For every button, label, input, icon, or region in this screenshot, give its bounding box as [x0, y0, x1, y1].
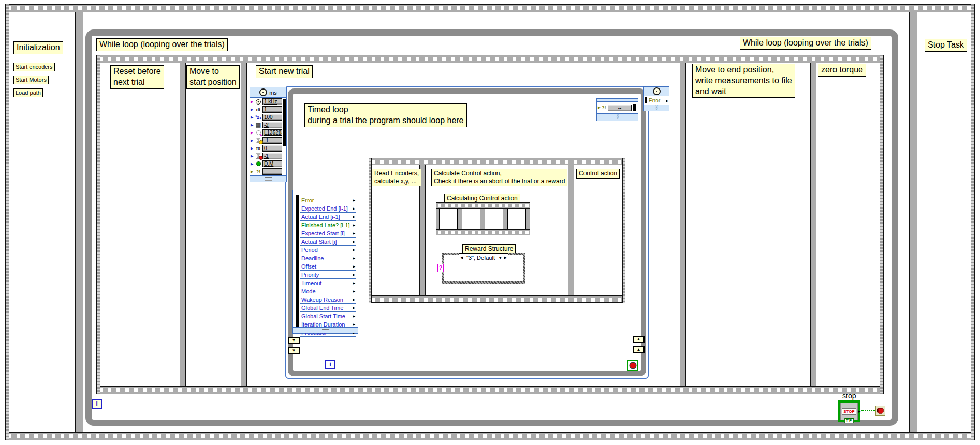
- case-next-arrow-icon[interactable]: ▶: [503, 256, 508, 260]
- submenu-arrow-icon: ▶: [353, 314, 356, 318]
- processor-value[interactable]: -2: [262, 122, 282, 128]
- stop-button-text: STOP: [842, 408, 856, 415]
- timed-loop-right-data-node[interactable]: Error ▶ ∨∨: [643, 86, 669, 111]
- timed-loop-comment-label: Timed loop during a trial the program sh…: [304, 103, 467, 127]
- processor-row[interactable]: ▶ ▦ -2: [250, 121, 286, 129]
- frame-down-button[interactable]: ▼: [288, 347, 300, 354]
- submenu-arrow-icon: ▶: [353, 248, 356, 251]
- while-iteration-terminal[interactable]: i: [92, 399, 102, 409]
- mode-row[interactable]: ▶ D.M: [250, 160, 286, 168]
- config-item[interactable]: Timeout▶: [300, 278, 356, 287]
- boolean-wire: [861, 410, 875, 411]
- submenu-arrow-icon: ▶: [353, 256, 356, 260]
- right-node-header: [644, 87, 669, 96]
- trial-sequence-top-border: [369, 158, 625, 165]
- t0-value[interactable]: 0: [262, 145, 282, 152]
- config-item[interactable]: Actual End [i-1]▶: [300, 212, 356, 220]
- load-path-label: Load path: [13, 88, 43, 97]
- submenu-arrow-icon: ▶: [353, 198, 356, 202]
- timed-loop-left-data-node[interactable]: Error▶ Expected End [i-1]▶ Actual End [i…: [292, 190, 358, 334]
- config-item[interactable]: Global End Time▶: [300, 303, 356, 312]
- submenu-arrow-icon: ▶: [353, 298, 356, 301]
- inner-sequence-top-border: [96, 55, 880, 63]
- film-frame: [439, 208, 458, 230]
- left-node-scrollbar[interactable]: [296, 195, 299, 327]
- case-dropdown-icon[interactable]: ▼: [498, 256, 503, 260]
- deadline-value[interactable]: -1: [262, 137, 282, 144]
- deadline-row[interactable]: ▶ -1: [250, 137, 286, 144]
- inner-sequence-divider: [680, 63, 686, 387]
- processor-chip-icon: ▦: [254, 122, 262, 128]
- timed-loop-iteration-terminal[interactable]: i: [325, 360, 335, 369]
- t0-icon: t0: [254, 145, 262, 152]
- error-value[interactable]: --: [262, 168, 282, 175]
- frame-up-button[interactable]: ▲: [633, 346, 645, 353]
- film-frame: [507, 208, 526, 230]
- config-item[interactable]: Finished Late? [i-1]▶: [300, 220, 356, 229]
- config-item[interactable]: Priority▶: [300, 270, 356, 278]
- timed-loop-stop-terminal[interactable]: [627, 360, 638, 371]
- input-arrow-icon: ▶: [251, 162, 254, 166]
- input-node-rows: ▶ 1 kHz ▶ dt 1 ▶ ³2₁ 100 ▶ ▦ -2 ▶: [250, 98, 286, 175]
- config-item[interactable]: Wakeup Reason▶: [300, 295, 356, 303]
- timeout-value[interactable]: -1: [262, 153, 282, 159]
- timed-loop-inner-right-node[interactable]: ▶ ?! -- ∨∨: [596, 98, 638, 121]
- config-item[interactable]: Expected End [i-1]▶: [300, 204, 356, 212]
- read-encoders-label: Read Encoders, calculate x,y, ...: [372, 169, 421, 186]
- outer-sequence-divider: [909, 12, 917, 432]
- config-item[interactable]: Offset▶: [300, 262, 356, 270]
- config-item[interactable]: Actual Start [i]▶: [300, 237, 356, 245]
- dt-row[interactable]: ▶ dt 1: [250, 106, 286, 113]
- config-item[interactable]: Mode▶: [300, 287, 356, 295]
- timeout-hourglass-icon: [254, 153, 262, 159]
- config-item[interactable]: Expected Start [i]▶: [300, 229, 356, 237]
- period-value[interactable]: 100: [262, 114, 282, 121]
- inner-sequence-left-border: [96, 55, 100, 394]
- frame-down-button[interactable]: ▼: [288, 337, 300, 344]
- structure-name-value[interactable]: L135283: [262, 129, 282, 136]
- submenu-arrow-icon: ▶: [353, 231, 356, 235]
- input-arrow-icon: ▶: [251, 170, 254, 173]
- while-loop-label-left: While loop (looping over the trials): [96, 38, 228, 51]
- dt-value[interactable]: 1: [262, 106, 282, 113]
- chevron-down-icon[interactable]: ∨∨: [644, 105, 669, 110]
- trial-sequence-right-border: [622, 158, 625, 303]
- left-node-resize-handle[interactable]: [293, 327, 358, 333]
- t0-row[interactable]: ▶ t0 0: [250, 144, 286, 152]
- input-arrow-icon: ▶: [251, 154, 254, 158]
- structure-name-row[interactable]: ▶ L135283: [250, 129, 286, 137]
- timeout-row[interactable]: ▶ -1: [250, 152, 286, 160]
- outer-sequence-top-border: [5, 4, 975, 12]
- input-node-resize-handle[interactable]: [250, 175, 286, 182]
- error-row[interactable]: ▶ ?! --: [250, 168, 286, 175]
- right-node-error-label: Error: [647, 98, 666, 103]
- config-item[interactable]: Global Start Time▶: [300, 312, 356, 320]
- stop-task-label: Stop Task: [925, 39, 967, 52]
- inner-sequence-right-border: [880, 55, 884, 394]
- mode-value[interactable]: D.M: [262, 160, 282, 167]
- frame-up-button[interactable]: ▲: [633, 336, 645, 343]
- stop-button-terminal[interactable]: STOP TF ►: [838, 400, 860, 422]
- config-item-error[interactable]: Error▶: [300, 196, 356, 204]
- input-node-scrollbar[interactable]: [283, 99, 286, 146]
- chevron-down-icon[interactable]: ∨∨: [597, 114, 638, 119]
- config-item[interactable]: Period▶: [300, 245, 356, 254]
- input-arrow-icon: ▶: [251, 139, 254, 142]
- timed-loop-input-node[interactable]: ms ▶ 1 kHz ▶ dt 1 ▶ ³2₁ 100 ▶ ▦ -2: [250, 87, 287, 182]
- source-value[interactable]: 1 kHz: [262, 98, 282, 105]
- case-selector[interactable]: ◀ "3", Default ▼ ▶: [459, 253, 508, 262]
- outer-sequence-right-border: [971, 4, 975, 440]
- inner-right-scroll-thumb: [633, 104, 636, 111]
- submenu-arrow-icon: ▶: [353, 206, 356, 210]
- case-selector-value[interactable]: "3", Default: [464, 255, 497, 261]
- input-node-header: ms: [250, 87, 286, 98]
- film-frame: [485, 208, 503, 230]
- source-row[interactable]: ▶ 1 kHz: [250, 98, 286, 106]
- inner-sequence-divider: [241, 63, 247, 387]
- period-row[interactable]: ▶ ³2₁ 100: [250, 113, 286, 121]
- case-prev-arrow-icon[interactable]: ◀: [459, 256, 464, 260]
- config-item[interactable]: Deadline▶: [300, 254, 356, 262]
- loop-condition-terminal[interactable]: [875, 406, 885, 416]
- inner-right-value[interactable]: --: [608, 105, 632, 111]
- case-selector-terminal[interactable]: ?: [437, 264, 444, 272]
